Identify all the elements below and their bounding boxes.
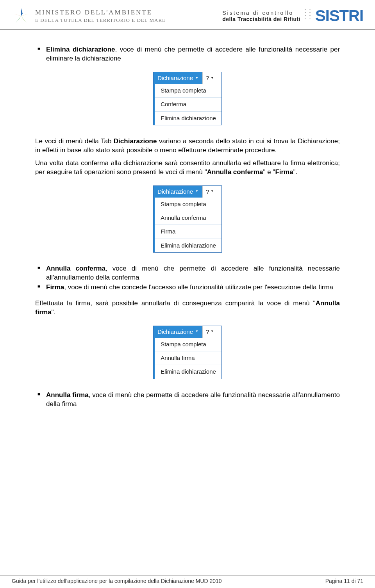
bullet-elimina-dichiarazione: Elimina dichiarazione, voce di menù che … (46, 45, 340, 63)
menu-item[interactable]: Elimina dichiarazione (155, 111, 221, 125)
menu-screenshot-2: Dichiarazione ▼ ? ▼ Stampa completa Annu… (35, 182, 340, 257)
bullet-list-1: Elimina dichiarazione, voce di menù che … (35, 45, 340, 63)
menu-tab-help[interactable]: ? ▼ (202, 186, 217, 198)
bullet-bold: Firma (46, 283, 64, 291)
menu-items: Stampa completa Annulla firma Elimina di… (154, 338, 221, 379)
menu-tab-dichiarazione[interactable]: Dichiarazione ▼ (154, 72, 202, 84)
menu-item[interactable]: Firma (155, 225, 221, 238)
sistri-subtitle: Sistema di controllo della Tracciabilità… (222, 10, 300, 22)
sistri-logo: SISTRI (315, 7, 363, 25)
bold: Annulla conferma (207, 168, 263, 176)
bold: Dichiarazione (114, 137, 157, 145)
bold: Firma (275, 168, 293, 176)
menu-item[interactable]: Annulla firma (155, 351, 221, 365)
page-header: MINISTERO DELL'AMBIENTE E DELLA TUTELA D… (0, 0, 375, 30)
text: ". (293, 168, 298, 176)
sistri-sub1: Sistema di controllo (222, 10, 300, 16)
menu-item[interactable]: Stampa completa (155, 198, 221, 211)
bullet-annulla-conferma: Annulla conferma, voce di menù che perme… (46, 264, 340, 282)
menu-tab-help[interactable]: ? ▼ (202, 72, 217, 84)
sistri-dots-icon: : :: :: : (304, 9, 311, 18)
star-logo-icon (12, 7, 30, 25)
ministry-line2: E DELLA TUTELA DEL TERRITORIO E DEL MARE (35, 17, 166, 23)
paragraph-annulla-firma: Effettuata la firma, sarà possibile annu… (35, 299, 340, 317)
menu-screenshot-3: Dichiarazione ▼ ? ▼ Stampa completa Annu… (35, 322, 340, 383)
paragraph-conferma: Una volta data conferma alla dichiarazio… (35, 159, 340, 177)
text: ". (52, 308, 56, 316)
menu-item[interactable]: Stampa completa (155, 338, 221, 351)
bullet-bold: Annulla firma (46, 391, 89, 399)
bullet-text: , voce di menù che concede l'accesso all… (64, 283, 333, 291)
text: Effettuata la firma, sarà possibile annu… (35, 299, 316, 307)
ministry-line1: MINISTERO DELL'AMBIENTE (35, 9, 166, 16)
menu-items: Stampa completa Conferma Elimina dichiar… (154, 84, 221, 125)
header-right: Sistema di controllo della Tracciabilità… (222, 7, 363, 25)
bullet-firma: Firma, voce di menù che concede l'access… (46, 283, 340, 292)
chevron-down-icon: ▼ (195, 330, 198, 334)
sistri-sub2: della Tracciabilità dei Rifiuti (222, 16, 300, 22)
chevron-down-icon: ▼ (195, 189, 198, 194)
menu-tab-dichiarazione[interactable]: Dichiarazione ▼ (154, 326, 202, 338)
chevron-down-icon: ▼ (195, 76, 198, 80)
help-label: ? (206, 188, 209, 196)
menu-tab-dichiarazione[interactable]: Dichiarazione ▼ (154, 186, 202, 198)
bullet-bold: Annulla conferma (46, 265, 105, 272)
page-footer: Guida per l'utilizzo dell'applicazione p… (0, 575, 375, 588)
menu-item[interactable]: Conferma (155, 97, 221, 111)
menu-tab-label: Dichiarazione (157, 188, 193, 196)
text: " e " (263, 168, 275, 176)
bullet-list-2: Annulla conferma, voce di menù che perme… (35, 264, 340, 292)
chevron-down-icon: ▼ (211, 76, 214, 80)
menu-tab-label: Dichiarazione (157, 328, 193, 336)
menu-item[interactable]: Elimina dichiarazione (155, 365, 221, 378)
footer-right: Pagina 11 di 71 (325, 578, 363, 584)
menu-screenshot-1: Dichiarazione ▼ ? ▼ Stampa completa Conf… (35, 68, 340, 129)
chevron-down-icon: ▼ (211, 330, 214, 334)
help-label: ? (206, 74, 209, 82)
text: Le voci di menù della Tab (35, 137, 114, 145)
menu-item[interactable]: Elimina dichiarazione (155, 239, 221, 252)
page-content: Elimina dichiarazione, voce di menù che … (0, 30, 375, 417)
bullet-annulla-firma: Annulla firma, voce di menù che permette… (46, 391, 340, 409)
ministry-text: MINISTERO DELL'AMBIENTE E DELLA TUTELA D… (35, 9, 166, 23)
menu-tab-label: Dichiarazione (157, 74, 193, 82)
menu-items: Stampa completa Annulla conferma Firma E… (154, 198, 221, 252)
bullet-bold: Elimina dichiarazione (46, 46, 115, 53)
help-label: ? (206, 328, 209, 336)
chevron-down-icon: ▼ (211, 189, 214, 194)
footer-left: Guida per l'utilizzo dell'applicazione p… (12, 578, 222, 584)
bullet-list-3: Annulla firma, voce di menù che permette… (35, 391, 340, 409)
bullet-text: , voce di menù che permette di accedere … (46, 391, 340, 408)
menu-item[interactable]: Annulla conferma (155, 211, 221, 225)
menu-tab-help[interactable]: ? ▼ (202, 326, 217, 338)
paragraph-vary: Le voci di menù della Tab Dichiarazione … (35, 137, 340, 155)
header-left: MINISTERO DELL'AMBIENTE E DELLA TUTELA D… (12, 7, 166, 25)
menu-item[interactable]: Stampa completa (155, 84, 221, 97)
